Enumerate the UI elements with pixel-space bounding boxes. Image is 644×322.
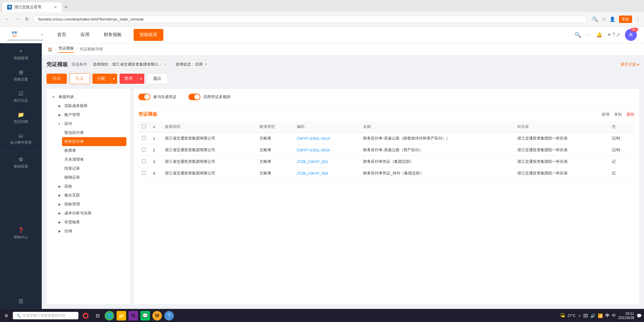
taskbar-app-explorer[interactable]: 📁 (117, 311, 126, 321)
row-checkbox[interactable] (142, 171, 146, 175)
menu-icon[interactable]: ⋮ (636, 16, 640, 22)
tree-item-estimated-payable[interactable]: 暂估应付单 (62, 128, 126, 137)
breadcrumb-home-icon[interactable]: 🏠 (48, 47, 52, 52)
tree-root[interactable]: ▾ 单据列表 (50, 92, 126, 101)
tree-item-account-mgmt[interactable]: ▶ 账户管理 (56, 110, 126, 119)
table-row[interactable]: 3 浙江省交通投资集团有限公司 主账簿 JTZB_CWYF_001 财务应付单凭… (138, 156, 634, 168)
export-button[interactable]: 引出 (47, 74, 67, 84)
tree-item-cost-analysis[interactable]: ▶ 成本分析与决策 (56, 209, 126, 218)
reload-button[interactable]: ↻ (24, 15, 30, 23)
disable-dropdown-arrow[interactable]: ▾ (137, 74, 144, 84)
user-avatar[interactable]: 颜 99+ (625, 29, 637, 41)
start-button[interactable]: ⊞ (2, 312, 10, 319)
taskbar-search[interactable]: 🔍 在这里输入你要搜索的内容 (13, 312, 78, 319)
delete-template-button[interactable]: 删除 (627, 112, 634, 117)
sidebar-item-log[interactable]: ☑ 执行日志 (0, 86, 42, 107)
input-method-icon[interactable]: 中 (612, 313, 616, 318)
select-all-checkbox[interactable] (142, 124, 146, 128)
nav-finance[interactable]: 财务报账 (101, 27, 124, 43)
language-indicator[interactable]: 中 (605, 313, 609, 318)
tree-item-invoice[interactable]: 收票单 (62, 146, 126, 155)
tree-item-cashier[interactable]: ▶ 出纳 (56, 227, 126, 236)
exit-button[interactable]: 退出 (147, 73, 168, 84)
table-row[interactable]: 2 浙江省交通投资集团有限公司 主账簿 CWYF-GSGL-002# 财务应付单… (138, 144, 634, 156)
filter-tag-org-close[interactable]: ✕ (164, 62, 167, 66)
account-icon[interactable]: 👤 (609, 16, 615, 22)
table-row[interactable]: 1 浙江省交通投资集团有限公司 主账簿 CWYF-GSGL-001# 财务应付单… (138, 133, 634, 144)
back-button[interactable]: ← (4, 15, 11, 23)
row-checkbox[interactable] (142, 159, 146, 163)
sidebar-item-help[interactable]: ❓ 帮助中心 (0, 223, 42, 244)
update-button[interactable]: 更新 (619, 16, 632, 23)
taskbar-network-icon[interactable]: 📶 (598, 313, 603, 318)
breadcrumb-detail[interactable]: 凭证模板详情 (80, 47, 103, 52)
tree-item-bidding[interactable]: ▶ 招标管理 (56, 200, 126, 209)
expand-filter-button[interactable]: 展开过滤 ▾ (620, 62, 639, 67)
row-checkbox[interactable] (142, 148, 146, 151)
topnav-help-icon[interactable]: ? (612, 32, 615, 38)
tree-item-finance-payable[interactable]: 财务应付单 (62, 137, 126, 146)
import-button[interactable]: 引入 (69, 73, 90, 84)
row-code-link[interactable]: CWYF-GSGL-001# (293, 133, 360, 144)
taskbar-app-onenote[interactable]: N (129, 311, 138, 321)
sidebar-item-new[interactable]: ＋ 智能新增 (0, 43, 42, 65)
copy-template-button[interactable]: 复制 (614, 112, 622, 117)
tree-item-payable[interactable]: ▾ 应付 (56, 119, 126, 128)
sidebar-item-voucher-archive[interactable]: 📁 凭证归档 (0, 107, 42, 129)
bookmark-icon[interactable]: ☆ (602, 16, 606, 22)
topnav-search-icon[interactable]: 🔍 (575, 32, 581, 38)
sidebar-item-settings[interactable]: ⚙ 基础设置 (0, 152, 42, 173)
table-row[interactable]: 4 浙江省交通投资集团有限公司 主账簿 JTZB_CWYF_002 财务应付单凭… (138, 168, 634, 179)
chrome-icon: 🌐 (106, 312, 113, 319)
nav-smart-accounting[interactable]: 智能核算 (134, 29, 163, 41)
disable-button[interactable]: 禁用 (120, 74, 137, 84)
forward-button[interactable]: → (14, 15, 21, 23)
address-input[interactable] (33, 16, 587, 23)
tree-item-inventory[interactable]: ▶ 存货核算 (56, 218, 126, 227)
tree-item-month-end[interactable]: 月末清理单 (62, 155, 126, 164)
help-circle-icon: ? (168, 313, 171, 318)
tab-close-icon[interactable]: ✕ (54, 5, 57, 10)
topnav-bell-icon[interactable]: 🔔 (596, 32, 602, 38)
tree-item-writeoff[interactable]: 核销记录 (62, 173, 126, 182)
notification-badge: 99+ (631, 28, 638, 32)
notification-icon[interactable]: 💬 (637, 313, 642, 318)
taskbar-app-cortana[interactable]: ⭕ (81, 311, 90, 321)
settings-icon: ⚙ (18, 156, 23, 163)
row-code-link[interactable]: JTZB_CWYF_002 (293, 168, 360, 179)
sidebar-collapse-icon[interactable]: ☰ (18, 298, 23, 305)
search-icon[interactable]: 🔍 (592, 16, 598, 22)
sidebar-item-solution[interactable]: ⊞ 智能方案 (0, 65, 42, 86)
taskbar-app-meituan[interactable]: M (152, 311, 162, 321)
browser-tab[interactable]: 苍 浙江交投云苍穹 ✕ (2, 2, 62, 12)
sidebar-divider (0, 151, 42, 151)
breadcrumb-current[interactable]: 凭证模板 (58, 46, 74, 53)
tree-item-settlement[interactable]: 结算记录 (62, 164, 126, 173)
taskbar-chevron-icon[interactable]: ∧ (578, 314, 581, 318)
taskbar-app-taskview[interactable]: ⊟ (93, 311, 102, 321)
taskbar-sound-icon[interactable]: 🔊 (590, 313, 595, 318)
nav-home[interactable]: 首页 (55, 27, 69, 43)
logo-arrow-icon[interactable]: ▾ (41, 32, 43, 37)
tree-item-receivable[interactable]: ▶ 应收 (56, 182, 126, 191)
topnav-sun-icon[interactable]: ☀ (607, 32, 611, 38)
filter-tag-status-close[interactable]: ✕ (205, 62, 208, 66)
participate-toggle[interactable] (138, 94, 150, 100)
distribute-dropdown-arrow[interactable]: ▾ (110, 74, 117, 84)
row-code-link[interactable]: JTZB_CWYF_001 (293, 156, 360, 168)
tree-item-bank[interactable]: ▶ 银企互联 (56, 191, 126, 200)
nav-app[interactable]: 应用 (78, 27, 92, 43)
taskbar-app-wechat[interactable]: 💬 (140, 311, 150, 321)
topnav-fullscreen-icon[interactable]: ⤢ (616, 32, 620, 38)
taskbar-app-chrome[interactable]: 🌐 (105, 311, 114, 321)
tree-item-cost[interactable]: ▶ 实际成本核算 (56, 101, 126, 110)
new-tab-button[interactable]: + (62, 4, 70, 10)
new-template-button[interactable]: 新增 (602, 112, 609, 117)
row-code-link[interactable]: CWYF-GSGL-002# (293, 144, 360, 156)
enable-rule-toggle[interactable] (188, 94, 200, 100)
row-checkbox[interactable] (142, 136, 146, 140)
topnav-dots-icon[interactable]: ··· (586, 32, 592, 38)
taskbar-app-help[interactable]: ? (164, 311, 174, 321)
sidebar-item-accounting-events[interactable]: 🗂 会计事件管理 (0, 129, 42, 149)
distribute-button[interactable]: 分配 (92, 74, 110, 84)
